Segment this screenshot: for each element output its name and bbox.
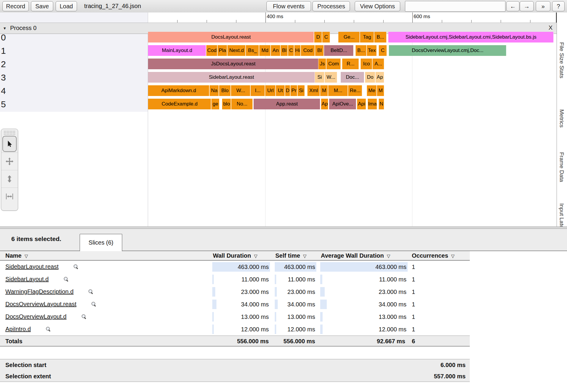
trace-slice[interactable]: W... <box>231 85 250 96</box>
slice-name-link[interactable]: SidebarLayout.d <box>5 276 49 283</box>
trace-slice[interactable]: BeltD... <box>324 45 354 56</box>
magnifier-icon[interactable] <box>45 326 52 333</box>
trace-slice[interactable]: W... <box>325 72 337 83</box>
slice-name-link[interactable]: SidebarLayout.reast <box>5 263 59 270</box>
column-header-wall-duration[interactable]: Wall Duration▽ <box>213 252 257 259</box>
trace-slice[interactable]: Hi <box>294 45 301 56</box>
trace-slice[interactable]: Url <box>265 85 276 96</box>
processes-button[interactable]: Processes <box>312 1 350 11</box>
side-tab-file-size-stats[interactable]: File Size Stats <box>558 42 565 78</box>
trace-slice[interactable]: CodeExample.d <box>148 99 211 109</box>
trace-slice[interactable]: No... <box>231 99 253 109</box>
trace-slice[interactable]: Si <box>315 72 324 83</box>
trace-slice[interactable]: Md <box>259 45 271 56</box>
trace-slice[interactable]: An <box>271 45 280 56</box>
magnifier-icon[interactable] <box>88 289 94 295</box>
trace-slice[interactable]: ApiOve... <box>329 99 356 109</box>
magnifier-icon[interactable] <box>81 314 87 320</box>
pane-splitter[interactable] <box>0 226 567 229</box>
slice-name-link[interactable]: DocsOverviewLayout.reast <box>5 301 76 308</box>
trace-slice[interactable]: ge <box>211 99 219 109</box>
trace-slice[interactable]: Si <box>298 85 305 96</box>
pan-tool-button[interactable] <box>1 152 18 170</box>
trace-slice[interactable]: Blo <box>219 85 231 96</box>
find-previous-button[interactable]: ← <box>506 1 519 11</box>
column-header-average-wall-duration[interactable]: Average Wall Duration▽ <box>321 252 390 259</box>
trace-slice[interactable]: D <box>285 85 290 96</box>
trace-slice[interactable]: Tag <box>360 32 374 42</box>
trace-slice[interactable]: D <box>314 32 322 42</box>
trace-slice[interactable]: Bs_ <box>246 45 259 56</box>
slice-name-link[interactable]: ApiIntro.d <box>5 326 31 333</box>
trace-slice[interactable]: Ge... <box>338 32 360 42</box>
trace-slice[interactable]: M <box>320 85 328 96</box>
trace-slice[interactable]: Me <box>367 85 377 96</box>
trace-slice[interactable]: Ut <box>276 85 285 96</box>
trace-slice[interactable]: C <box>322 32 330 42</box>
palette-drag-handle[interactable] <box>4 130 15 135</box>
trace-slice[interactable]: Re... <box>348 85 362 96</box>
trace-slice[interactable]: ApiMarkdown.d <box>148 85 209 96</box>
trace-slice[interactable]: Cod <box>301 45 315 56</box>
slice-name-link[interactable]: WarningFlagDescription.d <box>5 288 73 295</box>
trace-slice[interactable]: Tex <box>367 45 377 56</box>
trace-slice[interactable]: C <box>288 45 294 56</box>
trace-slice[interactable]: C <box>379 45 387 56</box>
trace-slice[interactable]: Pr <box>290 85 297 96</box>
trace-slice[interactable]: DocsLayout.reast <box>148 32 314 42</box>
close-process-button[interactable]: X <box>549 24 552 31</box>
magnifier-icon[interactable] <box>73 264 79 270</box>
zoom-tool-button[interactable] <box>1 170 18 188</box>
magnifier-icon[interactable] <box>63 276 70 283</box>
magnifier-icon[interactable] <box>91 301 97 308</box>
search-input[interactable] <box>405 1 505 12</box>
trace-slice[interactable]: SidebarLayout.cmj,SidebarLayout.cmi,Side… <box>388 32 554 42</box>
trace-slice[interactable]: N <box>379 99 384 109</box>
more-options-button[interactable]: » <box>536 1 550 11</box>
side-tab-frame-data[interactable]: Frame Data <box>558 152 565 182</box>
trace-slice[interactable]: Cod <box>206 45 217 56</box>
flow-events-button[interactable]: Flow events <box>266 1 311 11</box>
trace-slice[interactable]: Com <box>326 59 341 69</box>
side-tab-input-latency[interactable]: Input Latency <box>558 203 565 228</box>
trace-slice[interactable]: M... <box>328 85 348 96</box>
collapse-triangle-icon[interactable]: ▾ <box>4 26 6 31</box>
trace-slice[interactable]: Api <box>357 99 366 109</box>
trace-slice[interactable]: Na <box>210 85 219 96</box>
trace-slice[interactable]: App.reast <box>254 99 320 109</box>
trace-slice[interactable]: Ima <box>368 99 377 109</box>
trace-slice[interactable]: JsDocsLayout.reast <box>148 59 318 69</box>
side-tab-metrics[interactable]: Metrics <box>558 109 565 127</box>
record-button[interactable]: Record <box>2 1 29 11</box>
trace-slice[interactable]: DocsOverviewLayout.cmj,Doc... <box>389 45 506 56</box>
trace-slice[interactable]: I... <box>251 85 265 96</box>
trace-slice[interactable]: Doc... <box>341 72 364 83</box>
trace-slice[interactable]: Ico <box>361 59 372 69</box>
trace-slice[interactable]: Xml <box>307 85 320 96</box>
trace-slice[interactable]: A... <box>373 59 384 69</box>
trace-slice[interactable]: M <box>377 85 384 96</box>
trace-slice[interactable]: blo <box>222 99 231 109</box>
view-options-button[interactable]: View Options <box>355 1 400 11</box>
trace-slice[interactable]: SidebarLayout.reast <box>148 72 315 83</box>
trace-slice[interactable]: Bl <box>315 45 324 56</box>
selection-tool-button[interactable] <box>2 136 17 152</box>
column-header-name[interactable]: Name▽ <box>5 252 28 259</box>
tab-slices[interactable]: Slices (6) <box>80 234 122 251</box>
trace-slice[interactable]: Pla <box>218 45 227 56</box>
column-header-occurrences[interactable]: Occurrences▽ <box>412 252 455 259</box>
trace-slice[interactable]: Next.d <box>227 45 246 56</box>
slice-name-link[interactable]: DocsOverviewLayout.d <box>5 313 67 320</box>
load-button[interactable]: Load <box>56 1 77 11</box>
help-button[interactable]: ? <box>552 1 565 11</box>
trace-slice[interactable]: Js <box>318 59 326 69</box>
trace-slice[interactable]: R... <box>342 59 359 69</box>
trace-slice[interactable]: Ap <box>321 99 328 109</box>
trace-slice[interactable]: Ap <box>376 72 384 83</box>
trace-slice[interactable]: B... <box>356 45 367 56</box>
column-header-self-time[interactable]: Self time▽ <box>275 252 307 259</box>
timing-tool-button[interactable] <box>1 188 18 205</box>
trace-slice[interactable]: Bl <box>281 45 288 56</box>
trace-slice[interactable]: B... <box>374 32 387 42</box>
trace-slice[interactable]: MainLayout.d <box>148 45 206 56</box>
